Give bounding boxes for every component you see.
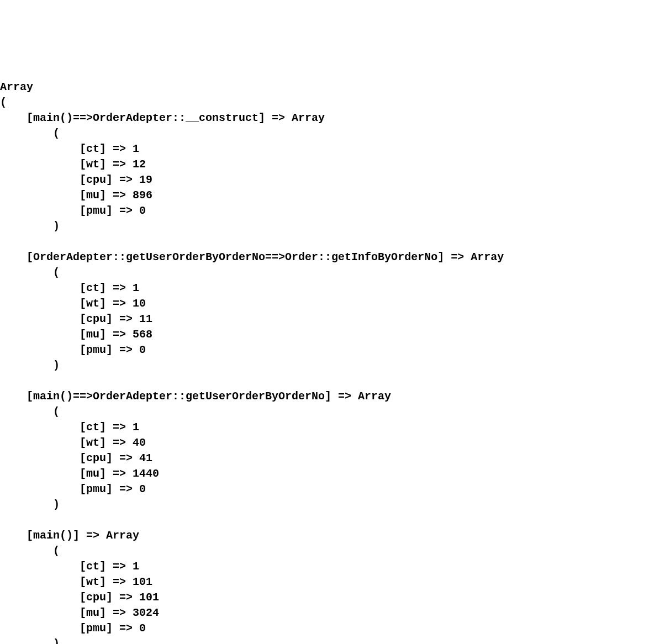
metric-mu: 1440 bbox=[133, 467, 159, 480]
entry-key: [OrderAdepter::getUserOrderByOrderNo==>O… bbox=[27, 251, 504, 263]
array-root-label: Array bbox=[0, 81, 33, 93]
metric-mu: 896 bbox=[133, 189, 152, 202]
entry-key: [main()] => Array bbox=[27, 529, 139, 542]
metric-mu: 3024 bbox=[133, 606, 159, 619]
metric-pmu: 0 bbox=[139, 344, 146, 356]
metric-cpu: 101 bbox=[139, 591, 159, 604]
metric-wt: 101 bbox=[133, 576, 152, 588]
metric-pmu: 0 bbox=[139, 204, 146, 217]
metric-pmu: 0 bbox=[139, 483, 146, 495]
metric-ct: 1 bbox=[133, 560, 139, 573]
metric-wt: 10 bbox=[133, 297, 146, 310]
metric-mu: 568 bbox=[133, 328, 152, 341]
entry-key: [main()==>OrderAdepter::__construct] => … bbox=[27, 112, 325, 124]
metric-ct: 1 bbox=[133, 142, 139, 155]
metric-cpu: 11 bbox=[139, 313, 152, 325]
metric-cpu: 41 bbox=[139, 452, 152, 464]
metric-ct: 1 bbox=[133, 421, 139, 434]
metric-pmu: 0 bbox=[139, 622, 146, 635]
entry-key: [main()==>OrderAdepter::getUserOrderByOr… bbox=[27, 390, 391, 403]
metric-wt: 40 bbox=[133, 436, 146, 449]
metric-cpu: 19 bbox=[139, 173, 152, 186]
code-dump: Array ( [main()==>OrderAdepter::__constr… bbox=[0, 77, 665, 644]
metric-ct: 1 bbox=[133, 282, 139, 294]
metric-wt: 12 bbox=[133, 158, 146, 171]
